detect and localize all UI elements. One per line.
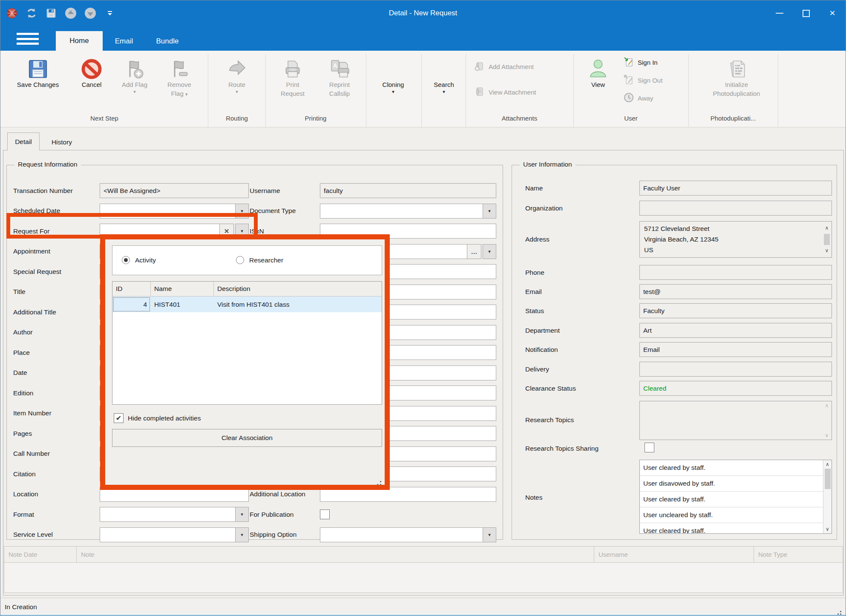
chevron-down-icon[interactable]: ▾ [483, 204, 496, 219]
chevron-down-icon[interactable]: ▾ [235, 527, 249, 542]
notes-scrollbar[interactable]: ∧∨ [823, 460, 832, 533]
close-icon[interactable]: ✕ [819, 0, 846, 26]
tab-email[interactable]: Email [105, 32, 143, 51]
address-field: 5712 Cleveland Street Virginia Beach, AZ… [639, 221, 832, 258]
column-header-note-date[interactable]: Note Date [4, 547, 77, 562]
scroll-down-icon[interactable]: ∨ [825, 432, 829, 438]
notes-list[interactable]: User cleared by staff.User disavowed by … [639, 460, 832, 534]
activity-table-header: ID Name Description [112, 282, 382, 296]
researcher-radio[interactable]: Researcher [236, 256, 283, 264]
name-field: Faculty User [639, 181, 832, 196]
ribbon-divider [573, 54, 574, 127]
resize-grip-icon[interactable] [380, 481, 381, 482]
list-item[interactable]: User uncleared by staff. [640, 507, 823, 523]
radio-unselected-icon[interactable] [236, 256, 244, 264]
chevron-down-icon: ▾ [443, 89, 445, 94]
chevron-down-icon[interactable]: ▾ [235, 204, 249, 219]
title-bar: Detail - New Request ✕ [0, 0, 846, 26]
scroll-down-icon[interactable]: ∨ [825, 245, 829, 256]
scroll-up-icon[interactable]: ∧ [826, 460, 829, 469]
cell-name[interactable]: HIST401 [151, 296, 214, 312]
scheduled-date-combo[interactable]: ▾ [100, 204, 249, 219]
radio-selected-icon[interactable] [122, 256, 130, 264]
chevron-down-icon: ▾ [185, 92, 188, 97]
column-header-note[interactable]: Note [77, 547, 594, 562]
scroll-up-icon[interactable]: ∧ [825, 403, 829, 409]
tab-detail[interactable]: Detail [7, 132, 40, 150]
group-label-printing: Printing [267, 115, 364, 125]
save-changes-button[interactable]: Save Changes [8, 55, 68, 89]
view-user-button[interactable]: View [579, 55, 617, 89]
address-label: Address [525, 236, 632, 243]
list-item[interactable]: User cleared by staff. [640, 460, 823, 476]
hide-completed-checkbox[interactable]: ✔ [114, 413, 124, 423]
research-topics-scrollbar[interactable]: ∧∨ [823, 402, 831, 439]
tab-history[interactable]: History [40, 134, 83, 150]
format-combo[interactable]: ▾ [100, 507, 249, 522]
research-topics-sharing-checkbox[interactable] [645, 443, 654, 452]
document-type-combo[interactable]: ▾ [320, 204, 496, 219]
maximize-icon[interactable] [793, 0, 819, 26]
tab-home[interactable]: Home [56, 31, 103, 51]
view-attachment-button: View Attachment [474, 86, 536, 98]
ribbon-divider [421, 54, 422, 127]
phone-field [639, 265, 832, 280]
remove-flag-button: Remove Flag ▾ [158, 55, 201, 98]
request-information-title: Request Information [14, 161, 81, 168]
column-header-description[interactable]: Description [214, 282, 382, 296]
ellipsis-icon[interactable]: … [467, 244, 481, 259]
cloning-button[interactable]: Cloning ▾ [370, 55, 416, 94]
column-header-username[interactable]: Username [594, 547, 754, 562]
column-header-name[interactable]: Name [151, 282, 214, 296]
ribbon-divider [466, 54, 466, 127]
list-item[interactable]: User disavowed by staff. [640, 476, 823, 492]
menu-icon[interactable] [17, 33, 39, 45]
delivery-field [639, 362, 832, 377]
field-label: Author [13, 328, 33, 336]
column-header-note-type[interactable]: Note Type [754, 547, 843, 562]
address-scrollbar[interactable]: ∧∨ [823, 222, 831, 257]
cancel-button[interactable]: Cancel [72, 55, 111, 89]
resize-grip-icon[interactable] [840, 611, 841, 612]
printer-icon [282, 55, 303, 80]
address-line: 5712 Cleveland Street [644, 223, 827, 234]
scroll-thumb[interactable] [824, 234, 830, 245]
field-label: For Publication [250, 511, 294, 518]
shipping-option-combo[interactable]: ▾ [320, 527, 496, 542]
cell-id[interactable]: 4 [112, 296, 151, 312]
minimize-icon[interactable] [766, 0, 793, 26]
table-row[interactable]: 4 HIST401 Visit from HIST401 class [112, 296, 382, 312]
activity-radio[interactable]: Activity [122, 256, 156, 264]
user-information-title: User Information [520, 161, 576, 168]
chevron-down-icon[interactable]: ▾ [235, 507, 249, 522]
column-header-id[interactable]: ID [112, 282, 151, 296]
field-label: Scheduled Date [13, 207, 60, 215]
scroll-down-icon[interactable]: ∨ [826, 525, 829, 533]
activity-table[interactable]: ID Name Description 4 HIST401 Visit from… [112, 281, 382, 405]
field-label: Citation [13, 470, 36, 478]
clear-association-button[interactable]: Clear Association [112, 429, 382, 447]
group-label-photoduplication: Photoduplicati... [690, 115, 776, 125]
transaction-number-field: <Will Be Assigned> [100, 183, 249, 198]
flag-plus-icon [124, 55, 145, 80]
person-icon [587, 55, 609, 80]
cell-description[interactable]: Visit from HIST401 class [214, 296, 382, 312]
search-button[interactable]: Search ▾ [426, 55, 462, 94]
scroll-up-icon[interactable]: ∧ [825, 223, 829, 233]
tab-bundle[interactable]: Bundle [146, 32, 189, 51]
research-topics-field: ∧∨ [639, 401, 832, 440]
chevron-down-icon[interactable]: ▾ [483, 244, 496, 259]
chevron-down-icon[interactable]: ▾ [483, 527, 496, 542]
field-label: Transaction Number [13, 187, 73, 195]
service-level-combo[interactable]: ▾ [100, 527, 249, 542]
sign-in-button[interactable]: Sign In [623, 56, 658, 69]
ribbon: Next Step Routing Printing Attachments U… [0, 51, 846, 127]
for-publication-checkbox[interactable] [320, 509, 330, 519]
scroll-thumb[interactable] [825, 469, 831, 489]
chevron-down-icon: ▾ [236, 89, 238, 94]
field-label: Pages [13, 430, 32, 438]
list-item[interactable]: User cleared by staff. [640, 492, 823, 507]
research-topics-label: Research Topics [525, 416, 632, 424]
list-item[interactable]: User cleared by staff. [640, 523, 823, 534]
address-line: US [644, 245, 827, 255]
